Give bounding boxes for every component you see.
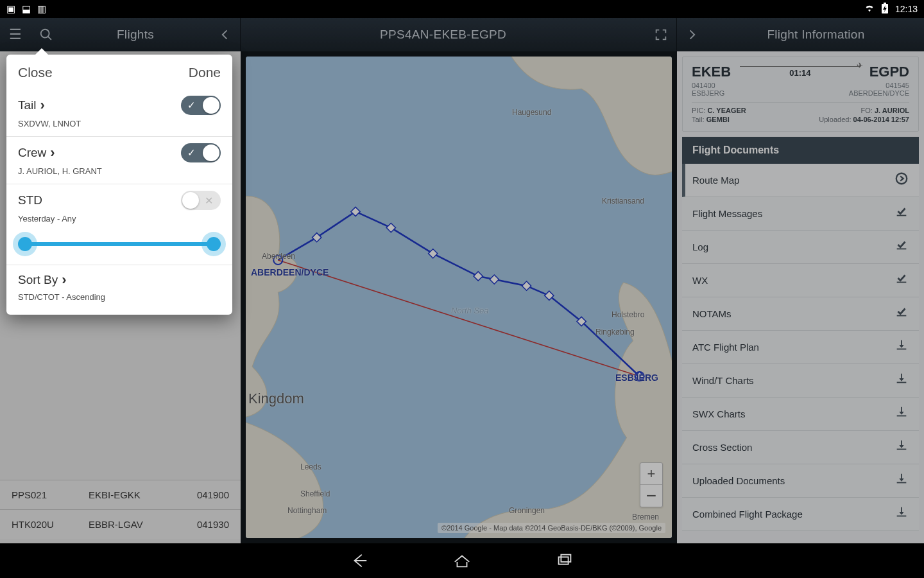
route-map[interactable]: Kingdom North Sea ABERDEEN/DYCE ESBJERG … xyxy=(246,57,672,538)
document-item[interactable]: Combined Flight Package xyxy=(682,498,919,531)
document-item[interactable]: ATC Flight Plan xyxy=(682,331,919,364)
pic-label: PIC: xyxy=(692,107,705,114)
download-icon: ⬓ xyxy=(22,3,31,15)
image-icon: ▣ xyxy=(6,3,15,15)
arr-name: ABERDEEN/DYCE xyxy=(849,89,909,97)
flight-row[interactable]: HTK020U EBBR-LGAV 041930 xyxy=(0,509,241,539)
nav-back-button[interactable] xyxy=(346,548,372,574)
flight-row[interactable]: PPS021 EKBI-EGKK 041900 xyxy=(0,480,241,509)
flight-route: EKBI-EGKK xyxy=(89,489,178,500)
download-icon xyxy=(894,338,909,356)
collapse-right-button[interactable] xyxy=(677,18,708,51)
filter-tail-toggle[interactable]: ✓ xyxy=(181,96,221,115)
zoom-out-button[interactable]: − xyxy=(640,485,662,507)
filter-std-label: STD xyxy=(18,193,42,207)
fullscreen-button[interactable] xyxy=(646,18,676,51)
map-label-kingdom: Kingdom xyxy=(248,390,304,407)
flight-summary-card: EKEB 01:14 EGPD 041400 041545 ESBJERG AB… xyxy=(682,57,919,132)
filter-tail-label: Tail xyxy=(18,98,37,112)
popover-close-button[interactable]: Close xyxy=(18,65,53,80)
document-label: Wind/T Charts xyxy=(692,375,754,386)
document-label: NOTAMs xyxy=(692,308,732,319)
tail-label: Tail: xyxy=(692,116,705,123)
header-left: ☰ Flights xyxy=(0,18,241,51)
filter-tail-row[interactable]: Tail › ✓ SXDVW, LNNOT xyxy=(6,89,232,137)
barcode-icon: ▥ xyxy=(37,3,46,15)
dep-name: ESBJERG xyxy=(692,89,724,97)
header-left-title: Flights xyxy=(62,28,209,42)
arr-airport: EGPD xyxy=(869,64,909,80)
map-city: Leeds xyxy=(300,462,321,471)
filter-crew-row[interactable]: Crew › ✓ J. AURIOL, H. GRANT xyxy=(6,137,232,184)
header-right: Flight Information xyxy=(677,18,924,51)
svg-rect-1 xyxy=(884,3,886,4)
map-city: Aberdeen xyxy=(262,252,295,261)
map-city: Ringkøbing xyxy=(595,328,635,337)
document-item[interactable]: NOTAMs xyxy=(682,297,919,331)
map-city: Bremen xyxy=(632,512,659,521)
document-label: Log xyxy=(692,241,708,252)
document-label: Combined Flight Package xyxy=(692,509,803,520)
zoom-in-button[interactable]: + xyxy=(640,463,662,485)
fo-value: J. AURIOL xyxy=(875,107,909,114)
battery-charging-icon xyxy=(881,3,889,16)
filter-crew-toggle[interactable]: ✓ xyxy=(181,143,221,162)
header-right-title: Flight Information xyxy=(708,28,924,42)
download-icon xyxy=(894,505,909,523)
android-statusbar: ▣ ⬓ ▥ 12:13 xyxy=(0,0,924,18)
filter-std-row[interactable]: STD ✕ Yesterday - Any xyxy=(6,184,232,265)
tail-value: GEMBI xyxy=(706,116,730,123)
app-headers: ☰ Flights PPS4AN-EKEB-EGPD Flight Inform… xyxy=(0,18,924,51)
nav-home-button[interactable] xyxy=(449,548,475,574)
uploaded-label: Uploaded: xyxy=(819,116,851,123)
document-label: ATC Flight Plan xyxy=(692,342,759,353)
filter-crew-label: Crew xyxy=(18,146,46,160)
nav-recent-button[interactable] xyxy=(552,548,578,574)
document-label: SWX Charts xyxy=(692,408,746,419)
document-item[interactable]: Cross Section xyxy=(682,431,919,464)
popover-done-button[interactable]: Done xyxy=(189,65,221,80)
map-zoom-control: + − xyxy=(640,462,663,507)
map-label-arr-airport: ABERDEEN/DYCE xyxy=(251,267,329,277)
wifi-icon xyxy=(864,3,875,15)
downloaded-icon xyxy=(894,238,909,256)
document-label: WX xyxy=(692,275,708,286)
filter-crew-value: J. AURIOL, H. GRANT xyxy=(18,166,221,176)
flight-time: 041900 xyxy=(178,489,229,500)
document-label: Uploaded Documents xyxy=(692,475,785,486)
svg-rect-16 xyxy=(559,557,569,564)
map-city: Kristiansand xyxy=(602,197,644,206)
menu-button[interactable]: ☰ xyxy=(0,18,31,51)
chevron-right-icon: › xyxy=(50,144,69,161)
chevron-right-icon: › xyxy=(40,97,60,114)
document-item[interactable]: WX xyxy=(682,264,919,297)
map-city: Haugesund xyxy=(512,108,551,117)
document-item[interactable]: Uploaded Documents xyxy=(682,464,919,498)
document-label: Cross Section xyxy=(692,442,752,453)
flight-id: HTK020U xyxy=(12,519,89,530)
filter-sort-row[interactable]: Sort By › STD/CTOT - Ascending xyxy=(6,265,232,310)
filter-std-toggle[interactable]: ✕ xyxy=(181,191,221,210)
map-label-dep-airport: ESBJERG xyxy=(615,372,658,383)
downloaded-icon xyxy=(894,305,909,322)
document-item[interactable]: Log xyxy=(682,231,919,264)
map-attribution: ©2014 Google - Map data ©2014 GeoBasis-D… xyxy=(438,523,665,533)
flight-info-panel: EKEB 01:14 EGPD 041400 041545 ESBJERG AB… xyxy=(677,51,924,543)
map-label-northsea: North Sea xyxy=(451,306,489,315)
document-item[interactable]: SWX Charts xyxy=(682,398,919,431)
map-city: Sheffield xyxy=(300,489,330,498)
flight-documents-header: Flight Documents xyxy=(682,137,919,164)
document-item[interactable]: Wind/T Charts xyxy=(682,364,919,398)
pic-value: C. YEAGER xyxy=(707,107,746,114)
collapse-left-button[interactable] xyxy=(209,18,240,51)
header-center: PPS4AN-EKEB-EGPD xyxy=(241,18,677,51)
document-item[interactable]: Route Map xyxy=(682,164,919,197)
statusbar-time: 12:13 xyxy=(895,4,918,14)
flight-route: EBBR-LGAV xyxy=(89,519,178,530)
search-button[interactable] xyxy=(31,18,62,51)
flight-id: PPS021 xyxy=(12,489,89,500)
flight-time: 041930 xyxy=(178,519,229,530)
std-range-slider[interactable] xyxy=(18,232,221,254)
document-item[interactable]: Flight Messages xyxy=(682,197,919,231)
map-city: Groningen xyxy=(509,506,545,515)
